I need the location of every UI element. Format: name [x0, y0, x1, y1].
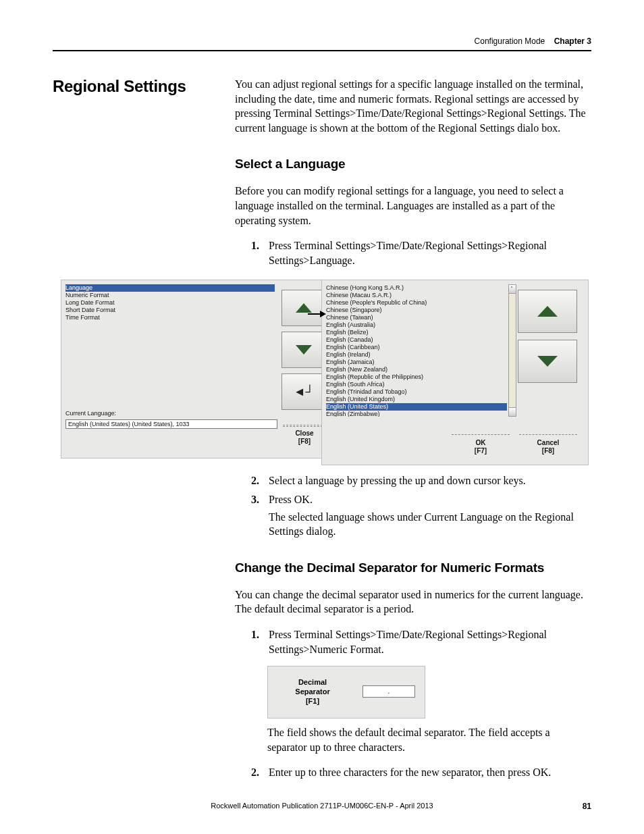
regional-settings-dialog: Language Numeric Format Long Date Format… [61, 280, 333, 459]
language-select-dialog: Chinese (Hong Kong S.A.R.)Chinese (Macau… [321, 280, 589, 465]
decimal-separator-dialog: Decimal Separator [F1] . [267, 666, 425, 719]
list-item[interactable]: English (Jamaica) [326, 359, 507, 366]
steps-list-2: Select a language by pressing the up and… [251, 473, 591, 538]
list-item[interactable]: English (Republic of the Philippines) [326, 373, 507, 381]
list-item[interactable]: Chinese (Hong Kong S.A.R.) [326, 284, 507, 292]
settings-list[interactable]: Language Numeric Format Long Date Format… [65, 284, 275, 319]
list-item[interactable]: English (Australia) [326, 321, 507, 329]
list-item[interactable]: Chinese (Singapore) [326, 307, 507, 314]
list-item[interactable]: English (Ireland) [326, 351, 507, 359]
list-item[interactable]: Chinese (People's Republic of China) [326, 299, 507, 307]
step-2: Select a language by pressing the up and… [251, 473, 591, 488]
current-language-label: Current Language: [65, 410, 116, 417]
list-item[interactable]: Chinese (Macau S.A.R.) [326, 292, 507, 299]
list-item[interactable]: Time Format [65, 314, 275, 321]
intro-paragraph: You can adjust regional settings for a s… [235, 77, 591, 135]
nav-up-button[interactable] [281, 290, 326, 326]
list-item[interactable]: Long Date Format [65, 299, 275, 307]
list-item[interactable]: Short Date Format [65, 307, 275, 314]
close-button[interactable]: Close[F8] [283, 425, 326, 446]
publication-info: Rockwell Automation Publication 2711P-UM… [211, 802, 433, 810]
list-item[interactable]: English (Caribbean) [326, 344, 507, 351]
list-item[interactable]: Numeric Format [65, 292, 275, 299]
nav-down-button[interactable] [281, 332, 326, 368]
enter-button[interactable]: ◄┘ [281, 373, 326, 410]
list-item[interactable]: English (South Africa) [326, 381, 507, 388]
step-d1: Enter up to three characters for the new… [251, 765, 591, 780]
page-number: 81 [583, 802, 591, 811]
separator-note: The field shows the default decimal sepa… [267, 725, 591, 754]
header-chapter: Chapter 3 [554, 36, 591, 46]
nav-up-button[interactable] [518, 290, 577, 333]
current-language-field: English (United States) (United States),… [65, 419, 277, 429]
list-item[interactable]: English (Zimbabwe) [326, 411, 507, 417]
scroll-down-icon: ˅ [510, 409, 513, 415]
language-paragraph: Before you can modify regional settings … [235, 184, 591, 228]
list-item[interactable]: English (Canada) [326, 336, 507, 344]
step-3: Press OK. The selected language shows un… [251, 492, 591, 539]
section-title: Regional Settings [53, 77, 235, 96]
list-item[interactable]: English (United States) [326, 403, 507, 411]
subheading-decimal-separator: Change the Decimal Separator for Numeric… [235, 561, 591, 575]
step-c1: Press Terminal Settings>Time/Date/Region… [251, 627, 591, 656]
list-item[interactable]: English (New Zealand) [326, 366, 507, 373]
arrow-down-icon [537, 356, 558, 367]
arrow-up-icon [537, 306, 558, 317]
steps-list-3: Press Terminal Settings>Time/Date/Region… [251, 627, 591, 656]
page-header: Configuration Mode Chapter 3 [53, 36, 591, 51]
screenshot-row: Language Numeric Format Long Date Format… [61, 280, 591, 465]
arrow-right-icon [320, 311, 326, 317]
arrow-down-icon [296, 345, 312, 355]
decimal-separator-button[interactable]: Decimal Separator [F1] [276, 677, 349, 706]
list-item[interactable]: Chinese (Taiwan) [326, 314, 507, 321]
subheading-select-language: Select a Language [235, 157, 591, 172]
arrow-up-icon [296, 303, 312, 313]
list-item[interactable]: English (Trinidad and Tobago) [326, 388, 507, 396]
ok-button[interactable]: OK[F7] [452, 434, 510, 455]
page-footer: Rockwell Automation Publication 2711P-UM… [53, 802, 591, 810]
steps-list-4: Enter up to three characters for the new… [251, 765, 591, 780]
list-item[interactable]: Language [65, 284, 275, 292]
list-item[interactable]: English (Belize) [326, 329, 507, 336]
nav-down-button[interactable] [518, 340, 577, 383]
step-1: Press Terminal Settings>Time/Date/Region… [251, 238, 591, 267]
cancel-button[interactable]: Cancel[F8] [519, 435, 577, 455]
decimal-separator-field[interactable]: . [363, 685, 415, 698]
step-3-note: The selected language shows under Curren… [269, 510, 591, 539]
list-item[interactable]: English (United Kingdom) [326, 396, 507, 403]
scrollbar[interactable]: ˄ ˅ [508, 284, 516, 417]
decimal-paragraph: You can change the decimal separator use… [235, 588, 591, 617]
header-section: Configuration Mode [475, 36, 545, 46]
steps-list-1: Press Terminal Settings>Time/Date/Region… [251, 238, 591, 267]
enter-icon: ◄┘ [294, 385, 315, 399]
language-list[interactable]: Chinese (Hong Kong S.A.R.)Chinese (Macau… [326, 284, 507, 417]
scroll-up-icon: ˄ [510, 286, 513, 292]
